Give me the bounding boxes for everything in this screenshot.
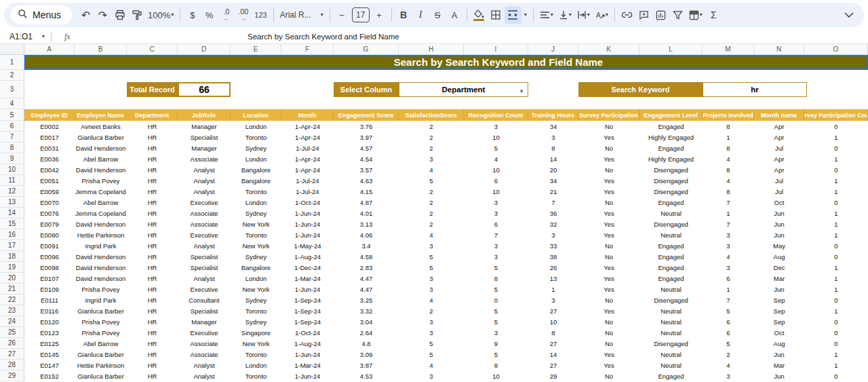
column-header-J[interactable]: J — [528, 44, 578, 55]
horizontal-align-button[interactable]: ▾ — [537, 6, 556, 24]
table-cell[interactable]: 4.47 — [334, 284, 399, 294]
table-cell[interactable]: Jemma Copeland — [75, 186, 127, 197]
table-cell[interactable]: 1-Apr-24 — [281, 164, 334, 175]
table-cell[interactable]: 0 — [804, 121, 868, 132]
table-cell[interactable]: Neutral — [639, 316, 703, 327]
table-cell[interactable]: HR — [127, 251, 178, 262]
table-cell[interactable]: No — [578, 240, 639, 251]
table-cell[interactable]: London — [231, 197, 281, 208]
table-cell[interactable]: Yes — [578, 305, 639, 316]
table-cell[interactable]: David Henderson — [75, 251, 127, 262]
column-header-K[interactable]: K — [578, 44, 639, 55]
table-cell[interactable]: 3 — [528, 132, 578, 142]
table-cell[interactable]: Jun — [754, 208, 804, 218]
table-cell[interactable]: HR — [127, 349, 178, 360]
table-cell[interactable]: Analyst — [178, 164, 231, 175]
table-cell[interactable]: 1-Jun-24 — [281, 218, 334, 229]
table-cell[interactable]: Analyst — [178, 186, 231, 197]
formula-input[interactable]: Search by Search Keyword and Field Name — [248, 30, 399, 43]
table-cell[interactable]: E0091 — [24, 240, 75, 251]
table-cell[interactable]: 1-Jul-24 — [281, 175, 334, 186]
table-cell[interactable]: Ingrid Park — [75, 240, 127, 251]
table-cell[interactable]: 4.54 — [334, 153, 399, 164]
table-cell[interactable]: No — [578, 370, 639, 381]
table-cell[interactable]: E0152 — [24, 370, 75, 381]
table-cell[interactable]: E0002 — [24, 121, 75, 132]
table-cell[interactable]: E0076 — [24, 208, 75, 218]
table-cell[interactable]: 1 — [703, 208, 754, 218]
table-cell[interactable]: 9 — [464, 338, 528, 349]
table-cell[interactable]: HR — [127, 370, 178, 381]
table-cell[interactable]: Analyst — [178, 360, 231, 370]
table-cell[interactable]: 3 — [399, 370, 464, 381]
borders-button[interactable] — [488, 6, 505, 24]
table-cell[interactable]: 2 — [399, 121, 464, 132]
table-cell[interactable]: 3 — [399, 273, 464, 284]
table-cell[interactable]: Avneet Banks — [75, 121, 127, 132]
table-cell[interactable]: New York — [231, 338, 281, 349]
table-cell[interactable]: 32 — [528, 218, 578, 229]
table-cell[interactable]: 8 — [528, 142, 578, 153]
table-header-cell[interactable]: Survey Participation — [578, 109, 639, 121]
table-cell[interactable]: 5 — [464, 284, 528, 294]
table-cell[interactable]: Toronto — [231, 349, 281, 360]
table-cell[interactable]: Specialist — [178, 305, 231, 316]
table-cell[interactable]: 1-Aug-24 — [281, 251, 334, 262]
table-cell[interactable]: 10 — [528, 316, 578, 327]
column-header-G[interactable]: G — [334, 44, 399, 55]
table-cell[interactable]: 1-Sep-24 — [281, 316, 334, 327]
table-cell[interactable]: Engaged — [639, 121, 703, 132]
table-cell[interactable]: London — [231, 360, 281, 370]
fill-color-button[interactable] — [471, 6, 488, 24]
table-cell[interactable]: 4.47 — [334, 273, 399, 284]
table-header-cell[interactable]: JobRole — [178, 109, 231, 121]
table-cell[interactable]: 3.57 — [334, 164, 399, 175]
table-cell[interactable]: Yes — [578, 229, 639, 240]
table-cell[interactable]: 0 — [804, 327, 868, 338]
table-cell[interactable]: 4.01 — [334, 208, 399, 218]
text-rotation-button[interactable]: A ▾ — [593, 6, 611, 24]
table-cell[interactable]: 21 — [528, 186, 578, 197]
table-cell[interactable]: HR — [127, 121, 178, 132]
table-cell[interactable]: 5 — [464, 349, 528, 360]
table-cell[interactable]: 34 — [528, 121, 578, 132]
table-cell[interactable]: Neutral — [639, 360, 703, 370]
table-cell[interactable]: Ingrid Park — [75, 294, 127, 305]
table-cell[interactable]: 1 — [804, 229, 868, 240]
table-cell[interactable]: Analyst — [178, 370, 231, 381]
table-cell[interactable]: 1-Jul-24 — [281, 142, 334, 153]
table-cell[interactable]: Prisha Povey — [75, 316, 127, 327]
table-cell[interactable]: 6 — [464, 175, 528, 186]
table-cell[interactable]: Analyst — [178, 273, 231, 284]
table-cell[interactable]: London — [231, 121, 281, 132]
table-cell[interactable]: Engaged — [639, 142, 703, 153]
table-cell[interactable]: Analyst — [178, 175, 231, 186]
table-cell[interactable]: 3 — [464, 327, 528, 338]
font-select[interactable]: Arial R...▾ — [277, 6, 326, 24]
table-cell[interactable]: David Henderson — [75, 218, 127, 229]
column-header-D[interactable]: D — [178, 44, 231, 55]
table-cell[interactable]: 1-Jun-24 — [281, 349, 334, 360]
table-cell[interactable]: HR — [127, 175, 178, 186]
row-header-6[interactable]: 6 — [0, 121, 24, 132]
table-cell[interactable]: 8 — [528, 327, 578, 338]
table-cell[interactable]: HR — [127, 316, 178, 327]
font-size-input[interactable]: 17 — [352, 7, 370, 22]
table-cell[interactable]: 10 — [464, 164, 528, 175]
table-cell[interactable]: 4 — [703, 175, 754, 186]
table-cell[interactable]: E0051 — [24, 175, 75, 186]
table-cell[interactable]: HR — [127, 197, 178, 208]
table-cell[interactable]: Manager — [178, 121, 231, 132]
table-cell[interactable]: 4 — [703, 360, 754, 370]
table-cell[interactable]: Jun — [754, 229, 804, 240]
table-cell[interactable]: E0107 — [24, 273, 75, 284]
row-header-4[interactable]: 4 — [0, 98, 24, 109]
table-cell[interactable]: 3 — [399, 284, 464, 294]
table-cell[interactable]: Yes — [578, 175, 639, 186]
table-header-cell[interactable]: Engagement Score — [334, 109, 399, 121]
table-cell[interactable]: 4 — [464, 153, 528, 164]
table-cell[interactable]: HR — [127, 284, 178, 294]
table-cell[interactable]: HR — [127, 164, 178, 175]
functions-button[interactable]: Σ — [705, 6, 722, 24]
table-cell[interactable]: Yes — [578, 273, 639, 284]
